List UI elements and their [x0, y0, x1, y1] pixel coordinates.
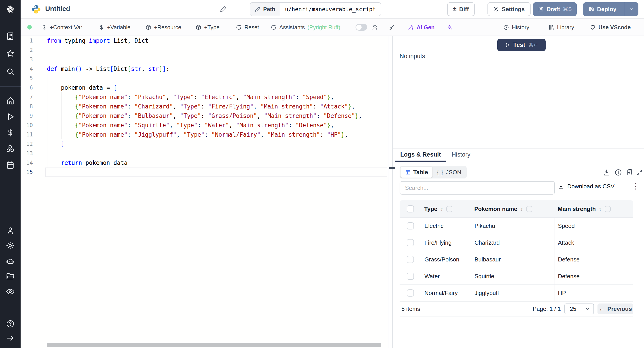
path-field: Path u/henri/maneuverable_script	[250, 2, 381, 16]
table-row[interactable]: Normal/FairyJigglypuffHP	[400, 284, 633, 301]
view-toggle-table[interactable]: Table	[400, 167, 432, 178]
add-variable-label: +Variable	[107, 24, 130, 31]
items-count: 5 items	[402, 306, 420, 312]
editor-line-4[interactable]: 4def main() -> List[Dict[str, str]]:	[20, 64, 388, 74]
sidebar-calendar-icon[interactable]	[6, 160, 15, 170]
editor-line-14[interactable]: 14 return pokemon_data	[20, 158, 388, 168]
tab-history[interactable]: History	[446, 148, 476, 162]
sidebar-eye-icon[interactable]	[6, 287, 15, 296]
previous-page-button[interactable]: ← Previous	[598, 304, 633, 314]
windmill-logo[interactable]	[0, 0, 20, 18]
column-header-label[interactable]: Pokemon name	[474, 206, 517, 212]
ai-gen-button[interactable]: AI Gen	[408, 19, 435, 36]
diff-button[interactable]: ± Diff	[447, 2, 475, 16]
sidebar-arrow-right-icon[interactable]	[6, 334, 15, 343]
path-value[interactable]: u/henri/maneuverable_script	[280, 3, 380, 16]
editor-horizontal-scrollbar[interactable]	[47, 343, 381, 347]
sidebar-search-icon[interactable]	[6, 67, 15, 76]
editor-line-1[interactable]: 1from typing import List, Dict	[20, 36, 388, 46]
table-menu-kebab[interactable]: ⋮	[630, 182, 642, 190]
sidebar-user-icon[interactable]	[6, 226, 15, 235]
page-size-select[interactable]: 25	[564, 304, 594, 314]
add-context-var-button[interactable]: +Context Var	[41, 19, 82, 36]
select-all-checkbox[interactable]	[407, 205, 414, 212]
sidebar-cubes-icon[interactable]	[6, 144, 15, 153]
sidebar-folder-icon[interactable]	[6, 272, 15, 281]
library-button[interactable]: Library	[548, 19, 574, 36]
tab-logs-result[interactable]: Logs & Result	[395, 148, 446, 162]
view-toggle: Table { } JSON	[400, 166, 467, 178]
editor-line-8[interactable]: 8 {"Pokemon name": "Charizard", "Type": …	[20, 102, 388, 111]
sort-icon[interactable]: ↕	[520, 206, 523, 212]
sidebar-gear-icon[interactable]	[6, 241, 15, 250]
test-button[interactable]: Test ⌘↵	[497, 39, 546, 51]
path-label-section[interactable]: Path	[250, 3, 280, 16]
sidebar-robot-icon[interactable]	[6, 257, 15, 266]
edit-title-pencil-icon[interactable]	[220, 6, 227, 13]
row-checkbox[interactable]	[407, 256, 414, 263]
table-row[interactable]: WaterSquirtleDefense	[400, 268, 633, 284]
row-checkbox[interactable]	[407, 290, 414, 296]
top-header: Untitled Path u/henri/maneuverable_scrip…	[20, 0, 644, 18]
editor-line-13[interactable]: 13	[20, 149, 388, 158]
table-row[interactable]: Fire/FlyingCharizardAttack	[400, 234, 633, 251]
editor-line-11[interactable]: 11 {"Pokemon name": "Jigglypuff", "Type"…	[20, 130, 388, 139]
sidebar-help-icon[interactable]	[6, 319, 15, 328]
panel-split-drag-handle[interactable]	[389, 166, 395, 169]
download-csv-button[interactable]: Download as CSV	[558, 183, 614, 190]
editor-line-3[interactable]: 3	[20, 55, 388, 64]
row-checkbox[interactable]	[407, 239, 414, 246]
copy-result-icon[interactable]	[626, 169, 633, 176]
assistants-button[interactable]: Assistants (Pyright Ruff)	[270, 19, 340, 36]
multiplayer-toggle[interactable]	[356, 24, 367, 31]
add-type-button[interactable]: +Type	[196, 19, 220, 36]
column-filter-checkbox[interactable]	[605, 206, 611, 212]
info-icon[interactable]	[614, 169, 622, 176]
sort-icon[interactable]: ↕	[440, 206, 443, 212]
code-editor[interactable]: 1from typing import List, Dict234def mai…	[20, 36, 388, 348]
table-row[interactable]: Grass/PoisonBulbasaurDefense	[400, 251, 633, 268]
editor-line-7[interactable]: 7 {"Pokemon name": "Pikachu", "Type": "E…	[20, 92, 388, 102]
deploy-button[interactable]: Deploy	[583, 2, 638, 16]
column-filter-checkbox[interactable]	[446, 206, 452, 212]
add-variable-button[interactable]: +Variable	[98, 19, 130, 36]
table-row[interactable]: ElectricPikachuSpeed	[400, 218, 633, 234]
editor-line-15[interactable]: 15	[20, 168, 388, 177]
expand-icon[interactable]	[636, 169, 643, 176]
row-checkbox[interactable]	[407, 222, 414, 230]
view-toggle-json[interactable]: { } JSON	[432, 167, 466, 178]
editor-line-12[interactable]: 12 ]	[20, 139, 388, 149]
download-result-icon[interactable]	[603, 169, 610, 176]
column-header-label[interactable]: Main strength	[558, 206, 596, 212]
editor-line-5[interactable]: 5	[20, 74, 388, 83]
sidebar-dollar-icon[interactable]	[6, 128, 15, 137]
sort-icon[interactable]: ↕	[599, 206, 602, 212]
settings-button[interactable]: Settings	[488, 2, 531, 16]
ai-sparkle-button[interactable]	[446, 19, 452, 36]
people-icon	[372, 24, 378, 30]
draft-button[interactable]: Draft ⌘S	[533, 2, 577, 16]
column-filter-checkbox[interactable]	[526, 206, 532, 212]
editor-line-2[interactable]: 2	[20, 46, 388, 55]
sidebar-home-icon[interactable]	[6, 96, 15, 105]
search-input[interactable]	[400, 181, 555, 194]
multiplayer-users-button[interactable]	[372, 19, 378, 36]
format-brush-button[interactable]	[388, 19, 394, 36]
sidebar-building-icon[interactable]	[6, 32, 15, 41]
row-checkbox[interactable]	[407, 273, 414, 280]
use-vscode-button[interactable]: Use VScode	[590, 19, 631, 36]
editor-line-10[interactable]: 10 {"Pokemon name": "Squirtle", "Type": …	[20, 120, 388, 130]
sidebar-play-icon[interactable]	[6, 112, 15, 121]
sidebar-star-icon[interactable]	[6, 49, 15, 58]
reset-button[interactable]: Reset	[236, 19, 259, 36]
column-header-label[interactable]: Type	[424, 206, 438, 212]
deploy-dropdown[interactable]	[624, 2, 638, 16]
table-cell: Charizard	[471, 234, 554, 251]
add-resource-button[interactable]: +Resource	[145, 19, 181, 36]
table-cell: HP	[554, 285, 633, 301]
toolbar-history-button[interactable]: History	[503, 19, 529, 36]
editor-line-6[interactable]: 6 pokemon_data = [	[20, 83, 388, 92]
editor-line-9[interactable]: 9 {"Pokemon name": "Bulbasaur", "Type": …	[20, 111, 388, 120]
panel-split-divider[interactable]	[392, 36, 393, 348]
add-context-var-label: +Context Var	[50, 24, 82, 31]
